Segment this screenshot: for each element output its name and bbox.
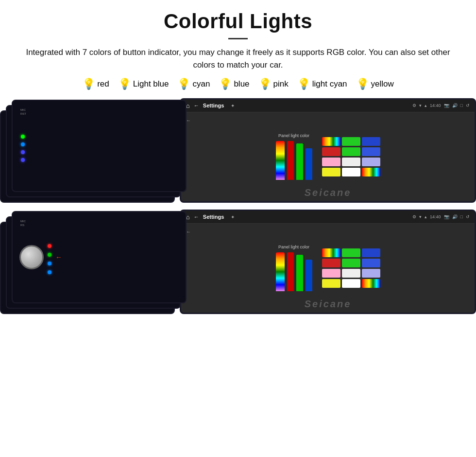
color-pink-label: pink: [273, 79, 289, 89]
color-light-blue: 💡 Light blue: [118, 79, 169, 89]
rst-label-b3: RS: [20, 224, 24, 227]
color-blue: 💡 blue: [219, 79, 249, 89]
nav-icon-b: □: [460, 214, 463, 219]
back-icon: ↺: [466, 103, 470, 108]
panel-light-ui-bottom: Panel light color: [276, 245, 380, 291]
signal-icon-b: ▴: [425, 214, 427, 219]
bottom-screen-body: ← Panel light color: [181, 224, 475, 313]
mic-label-b3: MIC: [20, 220, 26, 223]
color-options-row: 💡 red 💡 Light blue 💡 cyan 💡 blue 💡 pink …: [82, 79, 394, 89]
bottom-side-panels: MIC RS ← MIC: [0, 210, 185, 314]
top-radio-unit-3: MIC RST: [12, 100, 187, 192]
signal-icon: ▴: [425, 103, 427, 108]
devices-container: MIC RST MIC RST: [15, 98, 461, 452]
status-bar: ⚙ ▾ ▴ 14:40 📷 🔊 □ ↺: [412, 103, 470, 108]
red-bulb-icon: 💡: [82, 79, 95, 89]
home-icon: ⌂: [186, 102, 190, 109]
wifi-icon-b: ▾: [419, 214, 422, 219]
bluetooth-icon: ⚙: [412, 103, 416, 108]
color-bars-large: [276, 141, 312, 180]
bottom-back-icon: ←: [194, 214, 199, 220]
wifi-icon: ▾: [419, 103, 422, 108]
title-divider: [228, 38, 248, 39]
bottom-home-icon: ⌂: [186, 213, 190, 221]
bottom-android-bar: ⌂ ← Settings ✦ ⚙ ▾ ▴ 14:40 📷 🔊 □ ↺: [181, 211, 475, 224]
color-light-blue-label: Light blue: [133, 79, 169, 89]
panel-label-top: Panel light color: [278, 133, 309, 138]
blue-bulb-icon: 💡: [219, 79, 232, 89]
color-grid-large-b: [322, 248, 380, 288]
bt-icon-b: ⚙: [412, 214, 416, 219]
bottom-main-screen: ⌂ ← Settings ✦ ⚙ ▾ ▴ 14:40 📷 🔊 □ ↺: [180, 210, 476, 314]
top-screen-body: ← Panel light color: [181, 112, 475, 201]
top-main-screen: ⌂ ← Settings ✦ ⚙ ▾ ▴ 14:40 📷 🔊 □ ↺: [180, 98, 476, 203]
color-light-cyan: 💡 light cyan: [297, 79, 347, 89]
light-blue-bulb-icon: 💡: [118, 79, 131, 89]
color-grid-large: [322, 137, 380, 176]
panel-bars-section-b: Panel light color: [276, 245, 312, 291]
mic-label-3: MIC: [20, 108, 26, 111]
color-yellow: 💡 yellow: [356, 79, 394, 89]
color-bars-large-b: [276, 252, 312, 291]
color-blue-label: blue: [234, 79, 249, 89]
panel-label-bottom: Panel light color: [278, 245, 309, 249]
cam-icon-b: 📷: [444, 214, 449, 219]
camera-icon: 📷: [444, 103, 449, 108]
color-yellow-label: yellow: [371, 79, 394, 89]
time-display: 14:40: [430, 103, 441, 108]
bottom-status-bar: ⚙ ▾ ▴ 14:40 📷 🔊 □ ↺: [412, 214, 470, 219]
bottom-radio-unit-3: MIC RS ←: [12, 211, 187, 303]
rst-label-3: RST: [20, 112, 26, 115]
vol-icon-b: 🔊: [452, 214, 458, 219]
color-red-label: red: [97, 79, 109, 89]
light-cyan-bulb-icon: 💡: [297, 79, 310, 89]
watermark-top: Seicane: [181, 187, 475, 198]
color-cyan-label: cyan: [192, 79, 210, 89]
top-device-row: MIC RST MIC RST: [0, 98, 476, 203]
page-title: Colorful Lights: [164, 10, 312, 33]
volume-icon: 🔊: [452, 103, 458, 108]
back-arrow-icon: ←: [194, 103, 199, 108]
settings-title: Settings: [203, 103, 224, 108]
nav-icon: □: [460, 103, 463, 108]
bottom-device-row: MIC RS ← MIC: [0, 210, 476, 314]
color-light-cyan-label: light cyan: [312, 79, 347, 89]
watermark-bottom: Seicane: [181, 299, 475, 310]
description-text: Integrated with 7 colors of button indic…: [19, 46, 457, 72]
color-cyan: 💡 cyan: [177, 79, 210, 89]
time-display-b: 14:40: [430, 214, 441, 219]
color-red: 💡 red: [82, 79, 109, 89]
page: Colorful Lights Integrated with 7 colors…: [0, 0, 476, 457]
top-android-bar: ⌂ ← Settings ✦ ⚙ ▾ ▴ 14:40 📷 🔊 □ ↺: [181, 100, 475, 112]
back-icon-b: ↺: [466, 214, 470, 219]
panel-light-ui-top: Panel light color: [276, 133, 380, 180]
pink-bulb-icon: 💡: [258, 79, 272, 89]
panel-bars-section: Panel light color: [276, 133, 312, 180]
yellow-bulb-icon: 💡: [356, 79, 369, 89]
cyan-bulb-icon: 💡: [177, 79, 190, 89]
top-side-panels: MIC RST MIC RST: [0, 98, 185, 203]
bottom-settings-title: Settings: [203, 214, 224, 220]
color-pink: 💡 pink: [258, 79, 289, 89]
